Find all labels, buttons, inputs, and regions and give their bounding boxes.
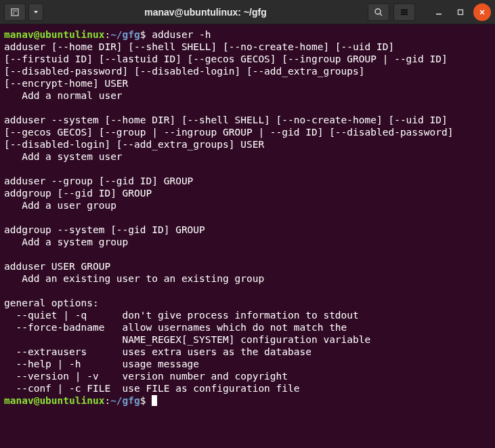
prompt-path: ~/gfg bbox=[110, 29, 140, 40]
prompt-dollar: $ bbox=[140, 29, 146, 40]
prompt-user: manav@ubuntulinux bbox=[4, 29, 104, 40]
prompt-path-2: ~/gfg bbox=[110, 395, 140, 406]
prompt-dollar-2: $ bbox=[140, 395, 146, 406]
titlebar-left-controls bbox=[4, 3, 43, 21]
svg-rect-4 bbox=[401, 14, 408, 15]
window-titlebar: manav@ubuntulinux: ~/gfg bbox=[0, 0, 495, 24]
prompt-user-2: manav@ubuntulinux bbox=[4, 395, 104, 406]
titlebar-right-controls bbox=[368, 3, 491, 21]
minimize-button[interactable] bbox=[430, 3, 448, 21]
svg-rect-5 bbox=[436, 14, 442, 15]
close-button[interactable] bbox=[473, 3, 491, 21]
prompt-sep: : bbox=[104, 29, 110, 40]
svg-rect-3 bbox=[401, 12, 408, 13]
svg-rect-6 bbox=[458, 9, 463, 14]
command-text: adduser -h bbox=[152, 29, 211, 40]
maximize-button[interactable] bbox=[452, 3, 469, 21]
svg-point-1 bbox=[375, 9, 381, 14]
command-output: adduser [--home DIR] [--shell SHELL] [--… bbox=[4, 41, 453, 394]
terminal-cursor bbox=[152, 395, 157, 406]
tab-dropdown-button[interactable] bbox=[28, 3, 43, 21]
svg-rect-0 bbox=[12, 9, 18, 16]
svg-rect-2 bbox=[401, 9, 408, 11]
menu-button[interactable] bbox=[393, 3, 415, 21]
new-tab-button[interactable] bbox=[4, 3, 26, 21]
window-title: manav@ubuntulinux: ~/gfg bbox=[43, 7, 368, 18]
prompt-sep-2: : bbox=[104, 395, 110, 406]
terminal-body[interactable]: manav@ubuntulinux:~/gfg$ adduser -h addu… bbox=[0, 24, 495, 448]
search-button[interactable] bbox=[368, 3, 389, 21]
